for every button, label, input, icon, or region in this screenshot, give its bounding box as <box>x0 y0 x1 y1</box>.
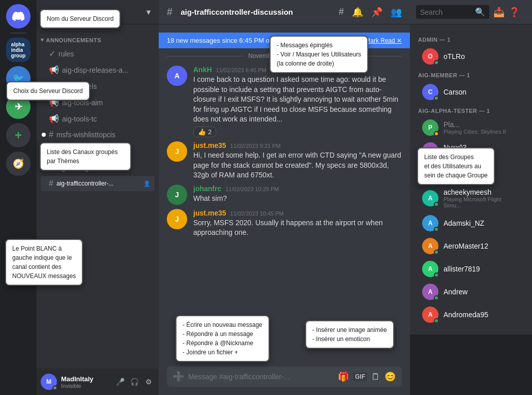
announce-icon-4: 📢 <box>49 114 59 124</box>
avatar: A <box>422 190 438 206</box>
channel-msfs-wishlist[interactable]: # msfs-wishlisttopcis <box>41 127 155 142</box>
bell-icon[interactable]: 🔔 <box>352 7 363 18</box>
list-item[interactable]: C Carson <box>414 81 528 103</box>
message-timestamp: 11/02/2023 10:45 PM <box>230 210 284 217</box>
message-timestamp: 11/02/2023 10:29 PM <box>225 186 279 192</box>
chevron-down-icon: ▾ <box>146 8 151 17</box>
user-avatar: M <box>41 374 57 390</box>
online-dot <box>434 250 439 255</box>
hash-icon: # <box>49 130 53 139</box>
message-header: just.me35 11/02/2023 9:21 PM <box>193 141 402 149</box>
online-dot <box>434 318 439 323</box>
mark-read-button[interactable]: Mark Read ✕ <box>365 37 402 44</box>
channel-title: aig-trafficcontroller-discussion <box>181 8 293 16</box>
table-row: J just.me35 11/02/2023 10:45 PM Sorry, M… <box>159 207 410 240</box>
settings-button[interactable]: ⚙ <box>142 376 155 388</box>
list-item[interactable]: A Adamski_NZ <box>414 212 528 234</box>
table-row: A AnkH 11/02/2023 6:45 PM I come back to… <box>159 64 410 139</box>
message-text: What sim? <box>193 194 402 204</box>
channel-aig-tc-discussion[interactable]: # aig-trafficcontroller-... 👤 <box>41 176 155 191</box>
message-author: just.me35 <box>193 209 226 217</box>
list-item[interactable]: A Andromeda95 <box>414 303 528 326</box>
panel-controls: 🎤 🎧 ⚙ <box>114 376 155 388</box>
online-dot <box>434 202 439 207</box>
table-row: J just.me35 11/02/2023 9:21 PM Hi, I nee… <box>159 139 410 183</box>
chat-header: # aig-trafficcontroller-discussion # 🔔 📌… <box>159 0 410 24</box>
member-info: Carson <box>444 88 466 96</box>
list-item[interactable]: A allister7819 <box>414 258 528 280</box>
member-name: oTLRo <box>444 52 465 60</box>
member-name: Pla... <box>444 120 506 129</box>
server-icon-aig[interactable]: alphaindiagroup <box>6 38 31 62</box>
tooltip-bottom-left: - Écrire un nouveau message- Répondre à … <box>175 315 270 362</box>
member-name: AeroMaster12 <box>444 242 488 250</box>
avatar: A <box>167 66 187 86</box>
explore-servers-button[interactable]: 🧭 <box>6 151 31 176</box>
pin-icon[interactable]: 📌 <box>371 7 382 18</box>
message-timestamp: 11/02/2023 9:21 PM <box>230 143 281 149</box>
list-item[interactable]: A acheekymeesh Playing Microsoft Flight … <box>414 185 528 211</box>
list-item[interactable]: A Andrew <box>414 281 528 303</box>
channels-list: ▾ ANNOUNCEMENTS ✓ rules 📢 aig-disp-relea… <box>37 24 159 369</box>
online-dot <box>434 272 439 278</box>
hash-header-icon[interactable]: # <box>339 7 344 17</box>
member-category-alpha-tester: AIG-ALPHA-TESTER — 1 <box>410 104 532 116</box>
message-author: johanfrc <box>193 185 221 193</box>
gift-icon[interactable]: 🎁 <box>338 371 349 382</box>
table-row: J johanfrc 11/02/2023 10:29 PM What sim? <box>159 183 410 207</box>
status-dot <box>52 385 57 390</box>
member-info: acheekymeesh Playing Microsoft Flight Si… <box>444 188 520 208</box>
unread-dot <box>42 133 46 137</box>
members-icon[interactable]: 👥 <box>391 7 402 18</box>
inbox-icon[interactable]: 📥 <box>493 7 505 18</box>
attach-icon[interactable]: ➕ <box>173 371 184 382</box>
avatar: P <box>422 119 438 136</box>
chat-input-bar: ➕ 🎁 GIF 🗒 😊 <box>167 367 402 387</box>
help-icon[interactable]: ❓ <box>509 7 520 18</box>
message-content: just.me35 11/02/2023 10:45 PM Sorry, MSF… <box>193 209 402 238</box>
checkmark-icon: ✓ <box>49 49 55 58</box>
add-server-button[interactable]: + <box>6 123 31 147</box>
emoji-icon[interactable]: 😊 <box>385 371 396 382</box>
list-item[interactable]: O oTLRo <box>414 45 528 68</box>
tooltip-server-choice: Choix du Serveur Discord <box>6 81 90 101</box>
reaction-button[interactable]: 👍 2 <box>193 127 216 137</box>
message-header: just.me35 11/02/2023 10:45 PM <box>193 209 402 217</box>
member-name: Carson <box>444 88 466 96</box>
channel-aig-disp[interactable]: 📢 aig-disp-releases-a... <box>41 62 155 78</box>
message-author: just.me35 <box>193 141 226 149</box>
avatar: J <box>167 185 187 205</box>
user-status: Invisible <box>61 383 110 389</box>
category-announcements[interactable]: ▾ ANNOUNCEMENTS <box>37 28 159 45</box>
search-input[interactable] <box>420 8 472 16</box>
member-info: oTLRo <box>444 52 465 60</box>
channel-rules[interactable]: ✓ rules <box>41 46 155 62</box>
tooltip-channel-groups: Liste des Canaux groupés par Thèmes <box>40 142 131 171</box>
sticker-icon[interactable]: 🗒 <box>371 372 380 382</box>
deafen-button[interactable]: 🎧 <box>128 376 140 388</box>
sidebar-separator <box>10 33 26 34</box>
gif-icon[interactable]: GIF <box>353 372 367 381</box>
discord-logo[interactable] <box>6 4 31 28</box>
member-status: Playing Microsoft Flight Simu... <box>444 196 520 208</box>
list-item[interactable]: P Pla... Playing Cities: Skylines II <box>414 116 528 139</box>
avatar: A <box>422 261 438 277</box>
online-dot <box>434 60 439 65</box>
message-timestamp: 11/02/2023 6:45 PM <box>216 67 267 73</box>
tooltip-server-name: Nom du Serveur Discord <box>40 9 121 28</box>
avatar: J <box>167 141 187 162</box>
message-input[interactable] <box>188 367 334 387</box>
avatar: A <box>422 238 438 254</box>
chat-input-area: ➕ 🎁 GIF 🗒 😊 <box>159 367 410 395</box>
mute-button[interactable]: 🎤 <box>114 376 126 388</box>
online-dot <box>434 96 439 101</box>
online-dot <box>434 131 439 136</box>
search-bar[interactable]: 🔍 <box>416 5 489 19</box>
message-header: johanfrc 11/02/2023 10:29 PM <box>193 185 402 193</box>
channel-aig-tools-tc[interactable]: 📢 aig-tools-tc <box>41 111 155 127</box>
member-info: allister7819 <box>444 265 480 273</box>
channel-sidebar: Alpha India Group ▾ ▾ ANNOUNCEMENTS ✓ ru… <box>37 0 159 395</box>
list-item[interactable]: A AeroMaster12 <box>414 235 528 257</box>
search-icon[interactable]: 🔍 <box>475 7 485 17</box>
user-info: MadInItaly Invisible <box>61 375 110 389</box>
